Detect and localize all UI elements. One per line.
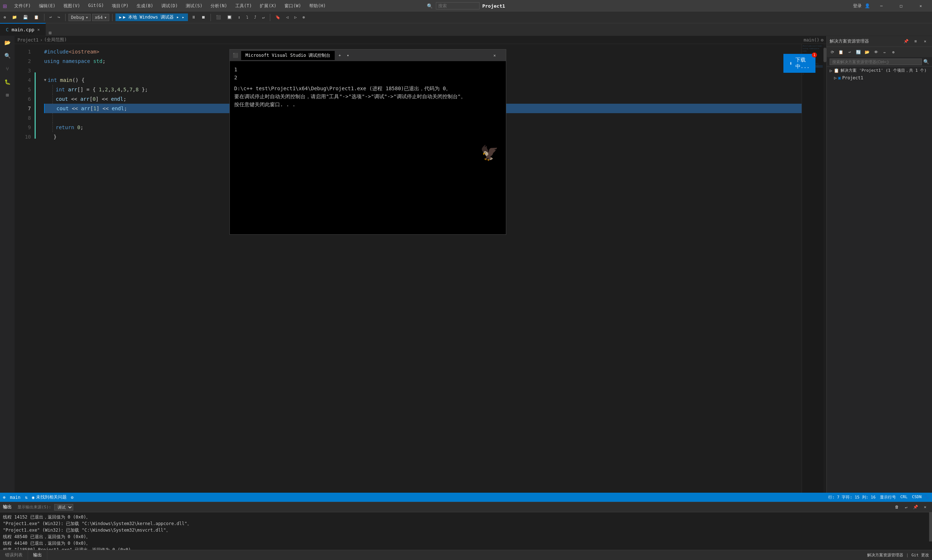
output-clear-icon[interactable]: 🗑 (893, 503, 901, 511)
se-sync-icon[interactable]: ⟳ (828, 48, 836, 56)
editor-scrollbar[interactable] (824, 44, 826, 493)
console-new-tab[interactable]: + (336, 52, 343, 58)
breadcrumb-project[interactable]: Project1 (17, 37, 39, 43)
pause-button[interactable]: ⏸ (190, 14, 198, 20)
maximize-button[interactable]: □ (893, 0, 909, 12)
output-close-icon[interactable]: ✕ (921, 503, 929, 511)
menu-project[interactable]: 项目(P) (109, 2, 131, 11)
config-dropdown[interactable]: Debug ▾ (68, 14, 91, 21)
output-wrap-icon[interactable]: ↵ (902, 503, 910, 511)
debug-icon-status[interactable]: ⚙ (71, 495, 74, 500)
menu-analyze[interactable]: 分析(N) (208, 2, 230, 11)
solution-explorer-toolbar: ⟳ 📋 ↩ 🔄 📂 👁 ✏ ⊕ (827, 47, 932, 57)
download-button[interactable]: ⬇ 下载中... (784, 54, 815, 73)
undo-button[interactable]: ↩ (47, 14, 54, 20)
menu-window[interactable]: 窗口(W) (282, 2, 304, 11)
bottom-right-info: 解决方案资源管理器 | Git 更改 (867, 552, 932, 558)
menu-build[interactable]: 生成(B) (134, 2, 156, 11)
toolbar-icon-1[interactable]: ⊕ (2, 14, 8, 20)
menu-extensions[interactable]: 扩展(X) (257, 2, 279, 11)
menu-help[interactable]: 帮助(H) (306, 2, 329, 11)
breadcrumb: Project1 › (全局范围) main() ⚙ (15, 36, 826, 44)
output-panel: 输出 显示输出来源(S): 调试 🗑 ↵ 📌 ✕ 线程 14152 已退出，返回… (0, 502, 932, 560)
global-search-input[interactable] (435, 2, 479, 9)
toolbar-icon-5[interactable]: ⬛ (214, 14, 223, 20)
git-changes-link[interactable]: Git 更改 (912, 552, 929, 558)
console-window: ⬛ Microsoft Visual Studio 调试控制台 + ▾ ✕ 1 … (230, 49, 506, 235)
menu-test[interactable]: 测试(S) (183, 2, 205, 11)
bookmark-icon[interactable]: 🔖 (273, 14, 282, 20)
fold-icon[interactable]: ▼ (44, 75, 46, 85)
console-tab-active[interactable]: Microsoft Visual Studio 调试控制台 (241, 51, 335, 60)
breadcrumb-settings-icon[interactable]: ⚙ (821, 37, 824, 43)
breadcrumb-func[interactable]: main() (804, 37, 819, 43)
menu-git[interactable]: Git(G) (85, 2, 107, 11)
project-node[interactable]: ▷ ▣ Project1 (827, 74, 932, 82)
solution-explorer-bottom-link[interactable]: 解决方案资源管理器 (867, 552, 903, 558)
solution-explorer-panel: 解决方案资源管理器 📌 ≡ ✕ ⟳ 📋 ↩ 🔄 📂 👁 ✏ ⊕ 🔍 ▷ 📋 (826, 36, 932, 493)
panel-menu-icon[interactable]: ≡ (912, 37, 920, 46)
solution-explorer-search-input[interactable] (830, 58, 922, 65)
bookmark-clear-icon[interactable]: ⊗ (301, 14, 307, 20)
bottom-tab-output[interactable]: 输出 (28, 551, 47, 560)
se-icon-4[interactable]: 🔄 (855, 48, 863, 56)
output-scrollbar[interactable] (929, 512, 932, 550)
explorer-icon[interactable]: 📂 (2, 37, 12, 48)
menu-debug[interactable]: 调试(D) (159, 2, 181, 11)
se-icon-3[interactable]: ↩ (846, 48, 854, 56)
toolbar-icon-8[interactable]: ⤵ (244, 14, 251, 20)
toolbar-icon-2[interactable]: 📁 (10, 14, 19, 20)
csdn-label: CSDN 🐾 (912, 494, 929, 500)
search-icon[interactable]: 🔍 (2, 51, 12, 61)
pin-icon[interactable]: 📌 (902, 37, 910, 46)
menu-file[interactable]: 文件(F) (11, 2, 34, 11)
toolbar-icon-7[interactable]: ↕ (236, 14, 242, 20)
extensions-icon[interactable]: ⊞ (2, 90, 12, 100)
scrollbar-thumb[interactable] (824, 48, 826, 62)
toolbar-icon-9[interactable]: ⤴ (252, 14, 259, 20)
console-close-button[interactable]: ✕ (486, 49, 503, 61)
account-icon[interactable]: 👤 (865, 3, 870, 8)
play-icon: ▶ (119, 15, 122, 20)
se-icon-5[interactable]: 📂 (863, 48, 871, 56)
debug-icon[interactable]: 🐛 (2, 77, 12, 87)
minimize-button[interactable]: ─ (873, 0, 890, 12)
git-icon[interactable]: ⑂ (2, 64, 12, 74)
panel-close-icon[interactable]: ✕ (921, 37, 929, 46)
menu-view[interactable]: 视图(V) (60, 2, 83, 11)
output-source-select[interactable]: 调试 (54, 504, 73, 511)
git-status[interactable]: main (10, 495, 20, 500)
toolbar-icon-10[interactable]: ↵ (260, 14, 267, 20)
status-sync-icon[interactable]: ⇅ (25, 495, 27, 500)
toolbar-icon-3[interactable]: 💾 (21, 14, 30, 20)
toolbar-icon-4[interactable]: 📋 (32, 14, 41, 20)
run-debugger-button[interactable]: ▶ ▶ 本地 Windows 调试器 ▸ ▸ (116, 14, 188, 21)
menu-tools[interactable]: 工具(T) (232, 2, 255, 11)
bookmark-next-icon[interactable]: ▷ (292, 14, 299, 20)
output-pin-icon[interactable]: 📌 (912, 503, 920, 511)
bookmark-prev-icon[interactable]: ◁ (284, 14, 291, 20)
output-line-2: "Project1.exe" (Win32): 已加载 "C:\Windows\… (3, 520, 929, 527)
platform-dropdown[interactable]: x64 ▾ (92, 14, 109, 21)
console-content: 1 2 D:\c++ test\Project1\x64\Debug\Proje… (230, 61, 506, 234)
se-icon-8[interactable]: ⊕ (889, 48, 897, 56)
status-errors[interactable]: ◉ 未找到相关问题 (32, 494, 66, 500)
output-scrollbar-thumb[interactable] (929, 512, 932, 542)
solution-root[interactable]: ▷ 📋 解决方案 'Project1' (1 个项目，共 1 个) (827, 66, 932, 74)
tab-main-cpp[interactable]: C main.cpp ✕ (0, 23, 46, 35)
tab-options-icon[interactable]: ⊞ (46, 30, 55, 35)
se-icon-6[interactable]: 👁 (872, 48, 880, 56)
bottom-tab-errors[interactable]: 错误列表 (0, 551, 28, 560)
menu-edit[interactable]: 编辑(E) (36, 2, 59, 11)
toolbar-icon-6[interactable]: 🔲 (225, 14, 234, 20)
breadcrumb-scope[interactable]: (全局范围) (44, 37, 66, 43)
close-button[interactable]: ✕ (912, 0, 929, 12)
redo-button[interactable]: ↪ (56, 14, 62, 20)
se-icon-2[interactable]: 📋 (837, 48, 845, 56)
se-icon-7[interactable]: ✏ (881, 48, 889, 56)
stop-button[interactable]: ⏹ (199, 14, 208, 20)
console-tab-chevron[interactable]: ▾ (344, 52, 352, 58)
editor-tab-bar: C main.cpp ✕ ⊞ (0, 23, 932, 36)
login-button[interactable]: 登录 (853, 3, 862, 9)
tab-close-button[interactable]: ✕ (37, 27, 40, 32)
